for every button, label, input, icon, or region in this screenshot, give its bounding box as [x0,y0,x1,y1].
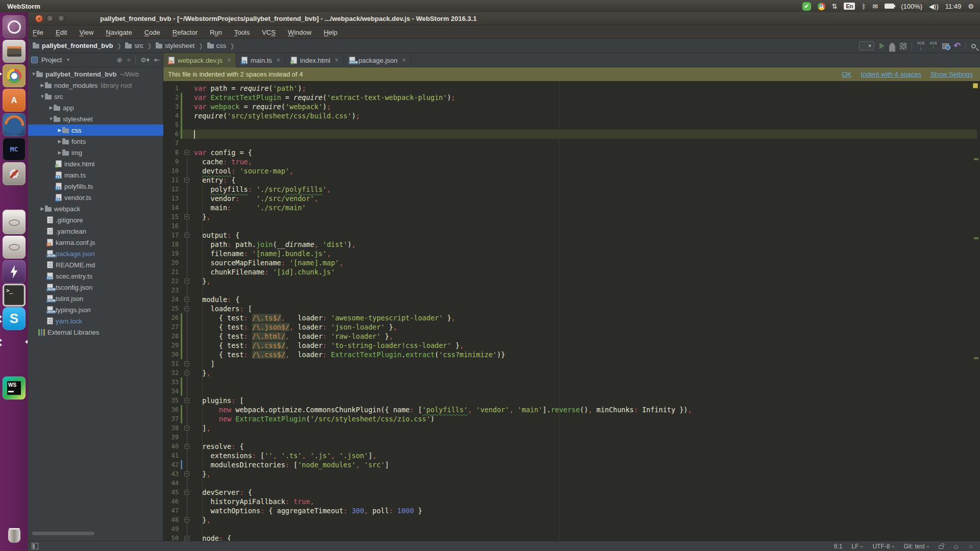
editor-line[interactable]: 20 sourceMapFilename: '[name].map', [163,258,980,267]
editor-line[interactable]: 16 [163,221,980,231]
editor-line[interactable]: 27 { test: /\.json$/, loader: 'json-load… [163,322,980,332]
line-number[interactable]: 33 [163,378,179,387]
vcs-commit-button[interactable]: VCS↑ [929,41,937,51]
fold-marker-icon[interactable]: − [184,233,189,238]
line-number[interactable]: 11 [163,176,179,185]
tree-item-vendor.ts[interactable]: TSvendor.ts [28,192,163,203]
fold-marker-icon[interactable]: − [184,150,189,155]
tree-item-polyfills.ts[interactable]: TSpolyfills.ts [28,181,163,192]
line-number[interactable]: 22 [163,277,179,286]
fold-marker-icon[interactable]: − [184,214,189,219]
line-number[interactable]: 35 [163,396,179,405]
unlock-icon[interactable] [939,545,943,549]
status-item-lf[interactable]: LF÷ [851,543,863,550]
tab-close-icon[interactable]: × [277,57,280,64]
menu-item-window[interactable]: Window [288,29,311,36]
menu-item-edit[interactable]: Edit [56,29,67,36]
tab-close-icon[interactable]: × [402,57,406,64]
tree-item-scec.entry.ts[interactable]: TSscec.entry.ts [28,270,163,282]
editor-line[interactable]: 9 cache: true, [163,157,980,166]
editor-line[interactable]: 14 main: './src/main' [163,203,980,212]
line-number[interactable]: 31 [163,359,179,368]
project-panel-hscrollbar[interactable] [32,532,94,535]
fold-marker-icon[interactable]: − [184,536,189,541]
line-number[interactable]: 24 [163,295,179,304]
tree-item-node_modules[interactable]: ▶node_moduleslibrary root [28,80,163,91]
tree-expand-closed-icon[interactable]: ▶ [48,105,54,110]
chevron-down-icon[interactable]: ▼ [66,58,70,62]
tree-expand-open-icon[interactable]: ▼ [48,116,54,121]
line-number[interactable]: 15 [163,212,179,221]
editor-line[interactable]: 19 filename: '[name].bundle.js', [163,249,980,258]
line-number[interactable]: 16 [163,221,179,231]
editor-line[interactable]: 24− module: { [163,295,980,304]
flash-icon[interactable] [3,260,26,283]
files-icon[interactable] [3,40,26,63]
line-number[interactable]: 37 [163,414,179,423]
menu-item-navigate[interactable]: Navigate [106,29,132,36]
volume-icon[interactable]: ◀)) [929,3,939,10]
tree-expand-closed-icon[interactable]: ▶ [57,128,62,133]
trash-icon[interactable] [3,524,26,547]
tab-package.json[interactable]: JSONpackage.json× [344,53,411,67]
session-gear-icon[interactable]: ⚙ [968,3,974,10]
vcs-changes-button[interactable] [942,41,949,51]
software-center-icon[interactable]: A [3,89,26,112]
vcs-update-button[interactable]: VCS↓ [917,41,924,51]
line-number[interactable]: 45 [163,488,179,497]
line-number[interactable]: 42 [163,460,179,469]
line-number[interactable]: 13 [163,194,179,203]
line-number[interactable]: 40 [163,442,179,451]
tree-item-img[interactable]: ▶img [28,147,163,158]
terminal-icon[interactable]: >_ [3,284,26,307]
clock[interactable]: 11:49 [945,3,962,10]
fold-marker-icon[interactable]: − [184,490,189,495]
menu-item-tools[interactable]: Tools [234,29,250,36]
feedback-bubble-icon[interactable]: ○ [969,542,973,550]
editor-line[interactable]: 36 new webpack.optimize.CommonsChunkPlug… [163,405,980,414]
editor-line[interactable]: 18 path: path.join(__dirname, 'dist'), [163,240,980,249]
tree-item-src[interactable]: ▼src [28,91,163,102]
tree-item-External Libraries[interactable]: External Libraries [28,327,163,338]
tree-item-README.md[interactable]: README.md [28,259,163,270]
fold-marker-icon[interactable]: − [184,425,189,431]
tree-item-yarn.lock[interactable]: yarn.lock [28,315,163,327]
menu-item-help[interactable]: Help [324,29,337,36]
line-number[interactable]: 34 [163,387,179,396]
editor-line[interactable]: 6 [163,130,980,139]
line-number[interactable]: 20 [163,258,179,267]
run-config-combo[interactable]: ▼ [859,41,874,51]
system-settings-icon[interactable]: ⚙ [3,162,26,185]
window-title-bar[interactable]: ✕ – ▫ pallybet_frontend_bvb - [~/Webstor… [28,12,980,26]
editor-line[interactable]: 32− }, [163,368,980,378]
hector-inspection-icon[interactable]: ☺ [952,542,960,550]
tree-item-tsconfig.json[interactable]: JSONtsconfig.json [28,282,163,293]
chrome-icon[interactable] [818,3,825,10]
editor-line[interactable]: 29 { test: /\.css$/, loader: 'to-string-… [163,341,980,350]
line-number[interactable]: 47 [163,506,179,515]
hide-panel-button[interactable]: ⇤ [154,56,160,64]
banner-link-ok[interactable]: OK [842,70,852,78]
line-number[interactable]: 38 [163,423,179,433]
status-item-git-test[interactable]: Git: test÷ [903,543,929,550]
tree-item-karma.conf.js[interactable]: JSkarma.conf.js [28,237,163,248]
line-number[interactable]: 9 [163,157,179,166]
line-number[interactable]: 43 [163,469,179,479]
editor-line[interactable]: 15− }, [163,212,980,221]
battery-icon[interactable] [885,4,894,9]
skype-icon[interactable]: S [3,307,26,330]
line-number[interactable]: 23 [163,286,179,295]
tab-index.html[interactable]: Hindex.html× [286,53,344,67]
editor-line[interactable]: 1var path = require('path'); [163,84,980,93]
line-number[interactable]: 28 [163,332,179,341]
line-number[interactable]: 5 [163,120,179,130]
disk-icon[interactable] [3,211,26,234]
fold-marker-icon[interactable]: − [184,370,189,375]
line-number[interactable]: 6 [163,130,179,139]
editor-line[interactable]: 37 new ExtractTextPlugin('/src/styleshee… [163,414,980,423]
tree-item-.yarnclean[interactable]: .yarnclean [28,226,163,237]
menu-item-view[interactable]: View [79,29,93,36]
window-maximize-button[interactable]: ▫ [58,15,65,22]
line-number[interactable]: 46 [163,497,179,506]
editor-line[interactable]: 21 chunkFilename: '[id].chunk.js' [163,267,980,277]
